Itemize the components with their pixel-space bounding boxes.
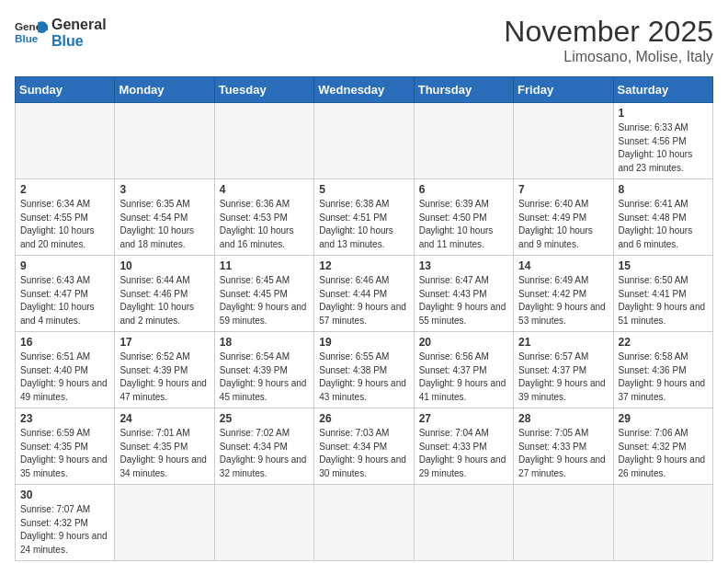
day-number: 17 xyxy=(119,336,209,349)
calendar-day-cell: 20Sunrise: 6:56 AM Sunset: 4:37 PM Dayli… xyxy=(414,332,513,408)
calendar-day-cell: 7Sunrise: 6:40 AM Sunset: 4:49 PM Daylig… xyxy=(514,179,613,256)
calendar-week-row: 1Sunrise: 6:33 AM Sunset: 4:56 PM Daylig… xyxy=(16,103,713,179)
day-info: Sunrise: 6:41 AM Sunset: 4:48 PM Dayligh… xyxy=(619,198,708,251)
day-number: 29 xyxy=(619,412,708,425)
calendar-day-cell: 18Sunrise: 6:54 AM Sunset: 4:39 PM Dayli… xyxy=(214,332,313,408)
calendar-day-cell: 15Sunrise: 6:50 AM Sunset: 4:41 PM Dayli… xyxy=(613,256,712,332)
calendar-day-cell: 24Sunrise: 7:01 AM Sunset: 4:35 PM Dayli… xyxy=(115,408,214,485)
day-info: Sunrise: 6:44 AM Sunset: 4:46 PM Dayligh… xyxy=(119,274,209,327)
calendar-day-cell xyxy=(314,103,414,179)
calendar-day-cell: 12Sunrise: 6:46 AM Sunset: 4:44 PM Dayli… xyxy=(314,256,414,332)
day-number: 5 xyxy=(319,183,408,196)
day-number: 18 xyxy=(220,336,309,349)
calendar-day-cell: 27Sunrise: 7:04 AM Sunset: 4:33 PM Dayli… xyxy=(414,408,513,485)
day-info: Sunrise: 6:36 AM Sunset: 4:53 PM Dayligh… xyxy=(220,198,309,251)
day-number: 27 xyxy=(419,412,508,425)
day-info: Sunrise: 7:06 AM Sunset: 4:32 PM Dayligh… xyxy=(619,427,708,480)
day-info: Sunrise: 7:04 AM Sunset: 4:33 PM Dayligh… xyxy=(419,427,508,480)
header: General Blue General Blue November 2025 … xyxy=(15,15,713,65)
calendar-week-row: 23Sunrise: 6:59 AM Sunset: 4:35 PM Dayli… xyxy=(16,408,713,485)
calendar-week-row: 16Sunrise: 6:51 AM Sunset: 4:40 PM Dayli… xyxy=(16,332,713,408)
calendar-title: November 2025 xyxy=(504,15,713,49)
day-number: 1 xyxy=(619,107,708,120)
calendar-week-row: 9Sunrise: 6:43 AM Sunset: 4:47 PM Daylig… xyxy=(16,256,713,332)
day-number: 14 xyxy=(518,259,608,272)
calendar-day-cell: 13Sunrise: 6:47 AM Sunset: 4:43 PM Dayli… xyxy=(414,256,513,332)
day-info: Sunrise: 6:51 AM Sunset: 4:40 PM Dayligh… xyxy=(20,350,109,404)
day-info: Sunrise: 6:59 AM Sunset: 4:35 PM Dayligh… xyxy=(20,427,109,480)
day-number: 13 xyxy=(419,259,508,272)
day-number: 8 xyxy=(619,183,708,196)
logo-blue-text: Blue xyxy=(51,33,107,50)
day-number: 23 xyxy=(20,412,109,425)
calendar-day-cell xyxy=(214,485,313,561)
day-info: Sunrise: 6:50 AM Sunset: 4:41 PM Dayligh… xyxy=(619,274,708,327)
calendar-day-cell: 19Sunrise: 6:55 AM Sunset: 4:38 PM Dayli… xyxy=(314,332,414,408)
day-number: 10 xyxy=(119,259,209,272)
day-of-week-header: Saturday xyxy=(613,77,712,103)
day-info: Sunrise: 6:38 AM Sunset: 4:51 PM Dayligh… xyxy=(319,198,408,251)
day-info: Sunrise: 6:55 AM Sunset: 4:38 PM Dayligh… xyxy=(319,350,408,404)
calendar-day-cell: 30Sunrise: 7:07 AM Sunset: 4:32 PM Dayli… xyxy=(16,485,115,561)
day-number: 26 xyxy=(319,412,408,425)
calendar-day-cell xyxy=(214,103,313,179)
day-of-week-header: Thursday xyxy=(414,77,513,103)
calendar-day-cell: 22Sunrise: 6:58 AM Sunset: 4:36 PM Dayli… xyxy=(613,332,712,408)
day-info: Sunrise: 6:56 AM Sunset: 4:37 PM Dayligh… xyxy=(419,350,508,404)
day-number: 25 xyxy=(220,412,309,425)
calendar-day-cell: 6Sunrise: 6:39 AM Sunset: 4:50 PM Daylig… xyxy=(414,179,513,256)
calendar-table: SundayMondayTuesdayWednesdayThursdayFrid… xyxy=(15,76,713,561)
calendar-day-cell: 26Sunrise: 7:03 AM Sunset: 4:34 PM Dayli… xyxy=(314,408,414,485)
day-info: Sunrise: 6:47 AM Sunset: 4:43 PM Dayligh… xyxy=(419,274,508,327)
calendar-day-cell xyxy=(414,103,513,179)
day-info: Sunrise: 7:02 AM Sunset: 4:34 PM Dayligh… xyxy=(220,427,309,480)
calendar-day-cell: 16Sunrise: 6:51 AM Sunset: 4:40 PM Dayli… xyxy=(16,332,115,408)
calendar-day-cell xyxy=(514,103,613,179)
logo: General Blue General Blue xyxy=(15,15,107,49)
calendar-day-cell: 5Sunrise: 6:38 AM Sunset: 4:51 PM Daylig… xyxy=(314,179,414,256)
calendar-day-cell: 10Sunrise: 6:44 AM Sunset: 4:46 PM Dayli… xyxy=(115,256,214,332)
day-number: 9 xyxy=(20,259,109,272)
day-info: Sunrise: 6:45 AM Sunset: 4:45 PM Dayligh… xyxy=(220,274,309,327)
logo-icon: General Blue xyxy=(15,16,48,49)
day-info: Sunrise: 6:40 AM Sunset: 4:49 PM Dayligh… xyxy=(518,198,608,251)
day-info: Sunrise: 6:57 AM Sunset: 4:37 PM Dayligh… xyxy=(518,350,608,404)
calendar-week-row: 2Sunrise: 6:34 AM Sunset: 4:55 PM Daylig… xyxy=(16,179,713,256)
day-number: 19 xyxy=(319,336,408,349)
calendar-day-cell: 21Sunrise: 6:57 AM Sunset: 4:37 PM Dayli… xyxy=(514,332,613,408)
day-number: 2 xyxy=(20,183,109,196)
day-number: 3 xyxy=(119,183,209,196)
calendar-day-cell: 2Sunrise: 6:34 AM Sunset: 4:55 PM Daylig… xyxy=(16,179,115,256)
day-of-week-header: Friday xyxy=(514,77,613,103)
calendar-day-cell: 9Sunrise: 6:43 AM Sunset: 4:47 PM Daylig… xyxy=(16,256,115,332)
day-info: Sunrise: 6:49 AM Sunset: 4:42 PM Dayligh… xyxy=(518,274,608,327)
day-number: 4 xyxy=(220,183,309,196)
calendar-header-row: SundayMondayTuesdayWednesdayThursdayFrid… xyxy=(16,77,713,103)
day-info: Sunrise: 6:43 AM Sunset: 4:47 PM Dayligh… xyxy=(20,274,109,327)
calendar-day-cell: 29Sunrise: 7:06 AM Sunset: 4:32 PM Dayli… xyxy=(613,408,712,485)
day-number: 30 xyxy=(20,488,109,501)
calendar-day-cell xyxy=(115,485,214,561)
day-of-week-header: Sunday xyxy=(16,77,115,103)
calendar-day-cell xyxy=(514,485,613,561)
day-number: 22 xyxy=(619,336,708,349)
day-info: Sunrise: 7:03 AM Sunset: 4:34 PM Dayligh… xyxy=(319,427,408,480)
calendar-day-cell: 28Sunrise: 7:05 AM Sunset: 4:33 PM Dayli… xyxy=(514,408,613,485)
day-info: Sunrise: 6:46 AM Sunset: 4:44 PM Dayligh… xyxy=(319,274,408,327)
day-number: 24 xyxy=(119,412,209,425)
day-of-week-header: Tuesday xyxy=(214,77,313,103)
day-info: Sunrise: 7:05 AM Sunset: 4:33 PM Dayligh… xyxy=(518,427,608,480)
page: General Blue General Blue November 2025 … xyxy=(0,0,728,563)
calendar-week-row: 30Sunrise: 7:07 AM Sunset: 4:32 PM Dayli… xyxy=(16,485,713,561)
day-of-week-header: Wednesday xyxy=(314,77,414,103)
day-info: Sunrise: 7:01 AM Sunset: 4:35 PM Dayligh… xyxy=(119,427,209,480)
day-info: Sunrise: 6:35 AM Sunset: 4:54 PM Dayligh… xyxy=(119,198,209,251)
calendar-day-cell: 11Sunrise: 6:45 AM Sunset: 4:45 PM Dayli… xyxy=(214,256,313,332)
day-info: Sunrise: 6:39 AM Sunset: 4:50 PM Dayligh… xyxy=(419,198,508,251)
day-number: 20 xyxy=(419,336,508,349)
day-info: Sunrise: 6:52 AM Sunset: 4:39 PM Dayligh… xyxy=(119,350,209,404)
calendar-day-cell: 3Sunrise: 6:35 AM Sunset: 4:54 PM Daylig… xyxy=(115,179,214,256)
day-info: Sunrise: 6:58 AM Sunset: 4:36 PM Dayligh… xyxy=(619,350,708,404)
day-number: 28 xyxy=(518,412,608,425)
day-number: 6 xyxy=(419,183,508,196)
